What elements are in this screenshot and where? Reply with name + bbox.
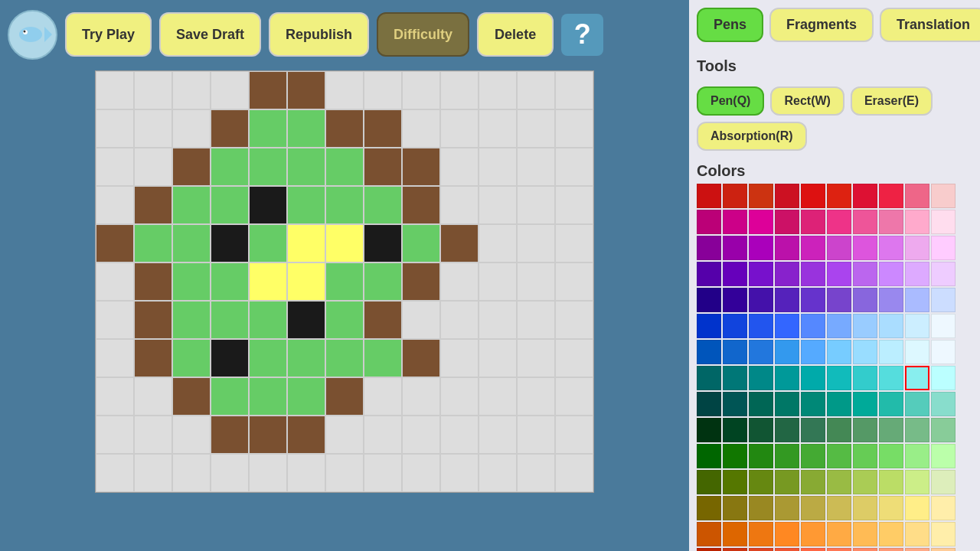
grid-cell[interactable] xyxy=(172,454,211,492)
rect-tool-button[interactable]: Rect(W) xyxy=(770,86,844,116)
grid-cell[interactable] xyxy=(249,416,287,454)
grid-cell[interactable] xyxy=(96,416,134,454)
grid-cell[interactable] xyxy=(402,109,440,148)
color-swatch[interactable] xyxy=(931,418,956,442)
color-swatch[interactable] xyxy=(749,444,773,468)
color-swatch[interactable] xyxy=(879,522,903,546)
color-swatch[interactable] xyxy=(905,444,929,468)
grid-cell[interactable] xyxy=(364,377,402,416)
color-swatch[interactable] xyxy=(905,366,929,390)
grid-cell[interactable] xyxy=(555,377,593,416)
color-swatch[interactable] xyxy=(749,470,773,494)
color-swatch[interactable] xyxy=(827,262,851,286)
grid-cell[interactable] xyxy=(517,301,555,339)
grid-cell[interactable] xyxy=(287,339,325,377)
color-swatch[interactable] xyxy=(853,444,877,468)
color-swatch[interactable] xyxy=(723,418,747,442)
color-swatch[interactable] xyxy=(723,470,747,494)
color-swatch[interactable] xyxy=(775,470,799,494)
color-swatch[interactable] xyxy=(697,340,721,364)
grid-cell[interactable] xyxy=(134,71,172,109)
color-swatch[interactable] xyxy=(697,496,721,520)
grid-cell[interactable] xyxy=(364,416,402,454)
save-draft-button[interactable]: Save Draft xyxy=(159,12,261,57)
grid-cell[interactable] xyxy=(249,377,287,416)
grid-cell[interactable] xyxy=(211,148,249,186)
color-swatch[interactable] xyxy=(931,470,956,494)
grid-cell[interactable] xyxy=(249,262,287,301)
color-swatch[interactable] xyxy=(723,236,747,260)
grid-cell[interactable] xyxy=(134,224,172,262)
grid-cell[interactable] xyxy=(555,71,593,109)
grid-cell[interactable] xyxy=(440,301,479,339)
color-swatch[interactable] xyxy=(775,314,799,338)
grid-cell[interactable] xyxy=(325,416,364,454)
grid-cell[interactable] xyxy=(134,301,172,339)
grid-cell[interactable] xyxy=(134,377,172,416)
color-swatch[interactable] xyxy=(801,392,825,416)
grid-cell[interactable] xyxy=(211,454,249,492)
grid-cell[interactable] xyxy=(364,454,402,492)
grid-cell[interactable] xyxy=(479,301,517,339)
color-swatch[interactable] xyxy=(723,444,747,468)
color-swatch[interactable] xyxy=(931,444,956,468)
color-swatch[interactable] xyxy=(801,314,825,338)
color-swatch[interactable] xyxy=(749,366,773,390)
grid-cell[interactable] xyxy=(172,416,211,454)
color-swatch[interactable] xyxy=(853,418,877,442)
grid-cell[interactable] xyxy=(96,186,134,224)
color-swatch[interactable] xyxy=(905,418,929,442)
color-swatch[interactable] xyxy=(827,392,851,416)
color-swatch[interactable] xyxy=(749,236,773,260)
grid-cell[interactable] xyxy=(440,148,479,186)
color-swatch[interactable] xyxy=(905,496,929,520)
grid-cell[interactable] xyxy=(172,301,211,339)
grid-cell[interactable] xyxy=(249,301,287,339)
color-swatch[interactable] xyxy=(853,210,877,234)
grid-cell[interactable] xyxy=(96,454,134,492)
color-swatch[interactable] xyxy=(827,470,851,494)
grid-cell[interactable] xyxy=(364,224,402,262)
grid-cell[interactable] xyxy=(402,224,440,262)
color-swatch[interactable] xyxy=(801,236,825,260)
color-swatch[interactable] xyxy=(879,262,903,286)
grid-cell[interactable] xyxy=(402,262,440,301)
grid-cell[interactable] xyxy=(249,339,287,377)
grid-cell[interactable] xyxy=(172,224,211,262)
color-swatch[interactable] xyxy=(879,366,903,390)
color-swatch[interactable] xyxy=(775,210,799,234)
grid-cell[interactable] xyxy=(134,262,172,301)
color-swatch[interactable] xyxy=(879,418,903,442)
grid-cell[interactable] xyxy=(287,262,325,301)
grid-cell[interactable] xyxy=(479,377,517,416)
grid-cell[interactable] xyxy=(325,377,364,416)
color-swatch[interactable] xyxy=(801,288,825,312)
grid-cell[interactable] xyxy=(96,109,134,148)
grid-cell[interactable] xyxy=(249,186,287,224)
color-swatch[interactable] xyxy=(801,340,825,364)
color-swatch[interactable] xyxy=(801,470,825,494)
grid-cell[interactable] xyxy=(479,109,517,148)
color-swatch[interactable] xyxy=(879,314,903,338)
color-swatch[interactable] xyxy=(931,314,956,338)
grid-cell[interactable] xyxy=(134,454,172,492)
grid-cell[interactable] xyxy=(96,262,134,301)
color-swatch[interactable] xyxy=(879,444,903,468)
grid-cell[interactable] xyxy=(287,416,325,454)
color-swatch[interactable] xyxy=(853,262,877,286)
color-swatch[interactable] xyxy=(697,548,721,551)
color-swatch[interactable] xyxy=(749,288,773,312)
color-swatch[interactable] xyxy=(749,340,773,364)
color-swatch[interactable] xyxy=(827,496,851,520)
color-swatch[interactable] xyxy=(853,470,877,494)
grid-cell[interactable] xyxy=(325,224,364,262)
grid-cell[interactable] xyxy=(479,454,517,492)
color-swatch[interactable] xyxy=(931,236,956,260)
color-swatch[interactable] xyxy=(853,366,877,390)
grid-cell[interactable] xyxy=(440,416,479,454)
color-swatch[interactable] xyxy=(697,262,721,286)
color-swatch[interactable] xyxy=(931,496,956,520)
grid-cell[interactable] xyxy=(364,109,402,148)
grid-cell[interactable] xyxy=(555,301,593,339)
grid-cell[interactable] xyxy=(134,109,172,148)
